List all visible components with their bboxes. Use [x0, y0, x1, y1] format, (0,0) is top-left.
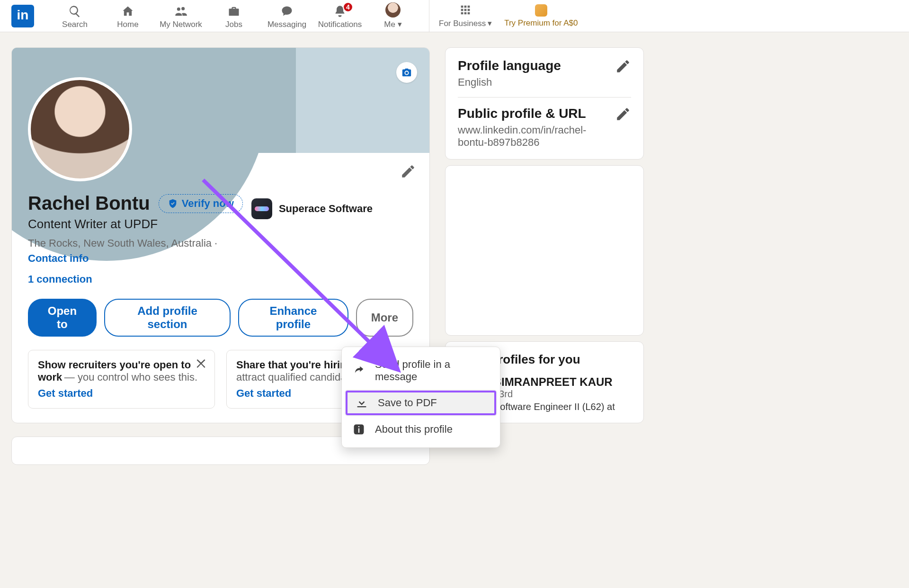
public-url-title: Public profile & URL [458, 106, 615, 121]
nav-label: Home [117, 20, 138, 29]
nav-label: Notifications [318, 20, 362, 29]
svg-rect-2 [358, 426, 359, 427]
company-name: Superace Software [279, 203, 373, 215]
shield-icon [168, 198, 178, 209]
svg-rect-1 [358, 428, 359, 433]
info-icon [352, 423, 365, 436]
contact-info-link[interactable]: Contact info [28, 252, 413, 265]
grid-icon [459, 3, 472, 17]
close-icon [195, 357, 208, 370]
top-nav: in Search Home My Network Jobs Messaging… [0, 0, 909, 32]
nav-jobs[interactable]: Jobs [207, 0, 260, 32]
suggested-role: Software Engineer II (L62) at [494, 401, 615, 412]
company-logo-icon [251, 198, 272, 219]
nav-divider [429, 0, 429, 32]
linkedin-logo[interactable]: in [11, 5, 34, 27]
nav-label: Try Premium for A$0 [504, 18, 578, 28]
notif-badge: 4 [343, 2, 353, 12]
edit-language-button[interactable] [615, 58, 631, 74]
camera-icon [401, 67, 412, 78]
dd-label: About this profile [375, 423, 453, 436]
more-button[interactable]: More [356, 299, 413, 337]
suggested-name: SIMRANPREET KAUR [494, 375, 613, 388]
nav-label: Messaging [267, 20, 306, 29]
promo-open-to-work[interactable]: Show recruiters you're open to work — yo… [28, 350, 215, 409]
nav-premium[interactable]: Try Premium for A$0 [504, 4, 578, 28]
pencil-icon [615, 106, 631, 122]
public-url-value: www.linkedin.com/in/rachel-bontu-b897b82… [458, 124, 615, 149]
promo-cta[interactable]: Get started [38, 387, 205, 400]
nav-search[interactable]: Search [48, 0, 101, 32]
close-promo-button[interactable] [195, 357, 208, 370]
nav-label: My Network [160, 20, 202, 29]
sidebar-ad-card [445, 165, 644, 336]
people-icon [174, 5, 187, 18]
more-dropdown: Send profile in a message Save to PDF Ab… [341, 347, 500, 448]
verify-button[interactable]: Verify now [159, 194, 243, 213]
share-icon [352, 364, 365, 377]
nav-home[interactable]: Home [101, 0, 154, 32]
open-to-button[interactable]: Open to [28, 299, 97, 337]
sidebar-settings-card: Profile language English Public profile … [445, 47, 644, 160]
edit-cover-button[interactable] [396, 62, 417, 83]
pencil-icon [400, 163, 416, 179]
nav-messaging[interactable]: Messaging [260, 0, 313, 32]
nav-notifications[interactable]: 4 Notifications [313, 0, 366, 32]
dd-about-profile[interactable]: About this profile [342, 416, 500, 443]
current-company[interactable]: Superace Software [251, 198, 373, 219]
promo-title: Share that you're hiring [236, 359, 353, 371]
nav-business[interactable]: For Business ▾ [439, 3, 492, 28]
nav-label: Me ▾ [384, 19, 401, 29]
dd-label: Save to PDF [378, 397, 437, 409]
connection-degree: · 3rd [494, 389, 615, 400]
profile-location: The Rocks, New South Wales, Australia· [28, 237, 413, 249]
profile-name: Rachel Bontu [28, 193, 150, 214]
profile-language-title: Profile language [458, 58, 561, 73]
verify-label: Verify now [182, 197, 234, 210]
enhance-profile-button[interactable]: Enhance profile [238, 299, 348, 337]
download-icon [355, 396, 368, 410]
home-icon [121, 5, 134, 18]
nav-network[interactable]: My Network [154, 0, 207, 32]
pencil-icon [615, 58, 631, 74]
nav-me[interactable]: Me ▾ [366, 0, 419, 32]
chat-icon [280, 5, 294, 18]
nav-label: For Business [439, 19, 486, 28]
search-icon [68, 5, 81, 18]
edit-url-button[interactable] [615, 106, 631, 122]
profile-avatar[interactable] [28, 77, 132, 181]
briefcase-icon [227, 5, 241, 18]
avatar-icon [385, 2, 401, 18]
profile-language-value: English [458, 76, 561, 89]
connections-link[interactable]: 1 connection [28, 273, 413, 285]
add-section-button[interactable]: Add profile section [104, 299, 231, 337]
edit-intro-button[interactable] [400, 163, 416, 179]
nav-label: Jobs [225, 20, 242, 29]
dd-save-pdf[interactable]: Save to PDF [345, 390, 497, 416]
nav-label: Search [62, 20, 88, 29]
premium-icon [535, 4, 547, 17]
dd-label: Send profile in a message [375, 358, 490, 383]
dd-send-profile[interactable]: Send profile in a message [342, 352, 500, 390]
promo-sub: — you control who sees this. [64, 371, 197, 383]
